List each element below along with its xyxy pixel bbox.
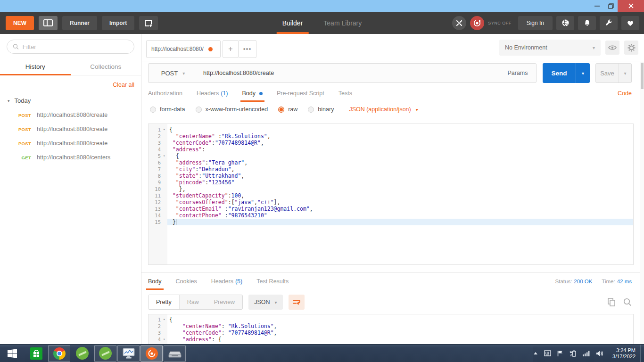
sidebar-toggle-button[interactable] (39, 16, 58, 30)
radio-raw[interactable] (278, 107, 284, 113)
scrollbar-thumb[interactable] (641, 63, 644, 89)
response-tab-cookies[interactable]: Cookies (176, 273, 197, 290)
history-item[interactable]: POSThttp://localhost:8080/create (0, 108, 141, 122)
sync-button[interactable] (470, 16, 484, 30)
taskbar-spring-icon-2[interactable] (94, 346, 116, 362)
tab-headers[interactable]: Headers (1) (197, 85, 228, 102)
fold-caret-icon[interactable]: ▾ (161, 336, 167, 343)
save-button[interactable]: Save (596, 64, 619, 82)
new-tab-button[interactable]: + (223, 40, 239, 58)
interceptor-icon (455, 19, 463, 27)
tab-options-button[interactable]: ••• (239, 40, 256, 58)
network-signal-icon[interactable] (583, 351, 590, 356)
view-raw-button[interactable]: Raw (180, 295, 206, 309)
request-method-badge: POST (14, 127, 31, 132)
sign-in-button[interactable]: Sign In (518, 16, 553, 30)
action-center-flag-icon[interactable] (557, 350, 563, 357)
binary-label[interactable]: binary (318, 106, 334, 113)
response-tab-test-results[interactable]: Test Results (256, 273, 289, 290)
taskbar-postman-icon[interactable] (140, 346, 163, 362)
favorites-button[interactable] (621, 16, 639, 30)
history-group-today[interactable]: ▾ Today (0, 92, 141, 108)
show-desktop-button[interactable] (640, 345, 644, 362)
tab-team-library[interactable]: Team Library (313, 12, 372, 34)
tab-prerequest-script[interactable]: Pre-request Script (277, 85, 324, 102)
code-line: 2 "centerName": "Rk.Solutions", (149, 323, 633, 329)
copy-icon[interactable] (608, 298, 616, 306)
history-item[interactable]: POSThttp://localhost:8080/create (0, 136, 141, 150)
restore-button[interactable] (604, 0, 618, 12)
tab-tests[interactable]: Tests (339, 85, 352, 102)
taskbar-empty-area[interactable] (186, 345, 533, 362)
start-button[interactable] (0, 345, 25, 362)
explore-button[interactable] (556, 16, 574, 30)
main-scrollbar[interactable] (640, 62, 644, 344)
power-battery-icon[interactable] (570, 350, 577, 357)
tray-expand-icon[interactable] (533, 352, 538, 355)
environment-settings-button[interactable] (624, 41, 638, 55)
unsaved-dot-icon (208, 47, 213, 51)
touch-keyboard-icon[interactable] (544, 350, 551, 356)
history-item[interactable]: POSThttp://localhost:8080/create (0, 122, 141, 136)
volume-icon[interactable] (596, 350, 603, 357)
environment-select[interactable]: No Environment ▾ (499, 40, 601, 56)
taskbar-chrome-icon[interactable] (48, 346, 70, 362)
send-button[interactable]: Send (543, 63, 576, 83)
content-type-select[interactable]: JSON (application/json) ▾ (349, 106, 418, 113)
generate-code-link[interactable]: Code (618, 90, 632, 97)
new-button[interactable]: NEW (6, 16, 34, 30)
response-tab-headers[interactable]: Headers (5) (211, 273, 243, 290)
clock-time: 3:24 PM (612, 347, 636, 354)
tab-collections[interactable]: Collections (71, 58, 141, 75)
radio-urlencoded[interactable] (196, 107, 202, 113)
code-line: 4▾ "address": { (149, 336, 633, 343)
radio-form-data[interactable] (150, 107, 156, 113)
urlencoded-label[interactable]: x-www-form-urlencoded (206, 106, 268, 113)
import-button[interactable]: Import (102, 16, 134, 30)
request-body-editor[interactable]: 1▾{2 "centerName" :"Rk.Solutions",3 "cen… (148, 123, 634, 265)
view-pretty-button[interactable]: Pretty (149, 295, 180, 309)
response-format-select[interactable]: JSON ▾ (248, 295, 282, 310)
fold-caret-icon[interactable]: ▾ (161, 153, 167, 159)
view-preview-button[interactable]: Preview (206, 295, 242, 309)
code-text: "centerName": "Rk.Solutions", (167, 323, 633, 329)
fold-caret-icon[interactable]: ▾ (161, 126, 167, 133)
close-button[interactable] (618, 0, 644, 12)
response-headers-count-badge: (5) (235, 278, 242, 285)
tab-builder[interactable]: Builder (272, 12, 314, 34)
method-select[interactable]: POST ▾ (149, 64, 198, 82)
search-response-icon[interactable] (623, 298, 632, 306)
minimize-button[interactable] (590, 0, 604, 12)
tab-history[interactable]: History (0, 58, 71, 75)
request-tab[interactable]: http://localhost:8080/ (146, 40, 221, 58)
send-options-button[interactable]: ▾ (576, 63, 590, 83)
taskbar-clock[interactable]: 3:24 PM 3/17/2022 (612, 347, 636, 360)
notifications-button[interactable] (578, 16, 596, 30)
url-input[interactable]: http://localhost:8080/create (198, 64, 499, 82)
runner-button[interactable]: Runner (62, 16, 97, 30)
environment-preview-button[interactable] (605, 41, 619, 55)
response-tab-body[interactable]: Body (148, 273, 162, 290)
settings-button[interactable] (600, 16, 618, 30)
clear-all-link[interactable]: Clear all (113, 82, 134, 88)
raw-label[interactable]: raw (288, 106, 297, 113)
new-window-button[interactable] (139, 16, 158, 30)
tab-body[interactable]: Body (242, 85, 263, 102)
save-options-button[interactable]: ▾ (619, 64, 631, 82)
environment-label: No Environment (505, 44, 547, 51)
tab-authorization[interactable]: Authorization (148, 85, 182, 102)
params-button[interactable]: Params (499, 64, 536, 82)
wrap-lines-button[interactable] (289, 295, 305, 310)
taskbar-monitor-icon[interactable] (117, 346, 140, 362)
response-body-editor[interactable]: 1▾{2 "centerName": "Rk.Solutions",3 "cen… (148, 314, 634, 344)
history-item[interactable]: GEThttp://localhost:8080/centers (0, 150, 141, 165)
filter-input[interactable] (23, 43, 128, 50)
taskbar-drive-icon[interactable] (164, 346, 186, 362)
status-badge: Status:200 OK (555, 279, 593, 284)
radio-binary[interactable] (308, 107, 314, 113)
taskbar-spring-icon-1[interactable] (71, 346, 93, 362)
interceptor-button[interactable] (452, 16, 466, 30)
taskbar-store-icon[interactable] (25, 346, 47, 362)
fold-caret-icon[interactable]: ▾ (161, 316, 167, 323)
form-data-label[interactable]: form-data (160, 106, 185, 113)
